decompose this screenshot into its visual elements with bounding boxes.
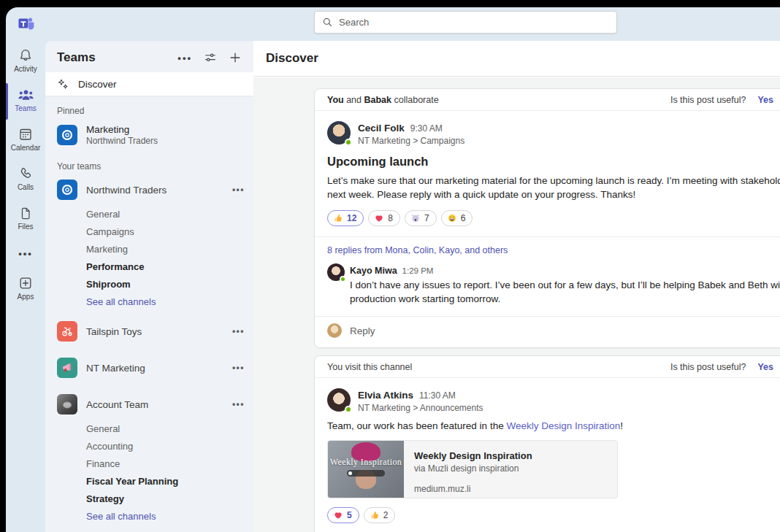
sidebar-team-tailspin-toys[interactable]: Tailspin Toys •••	[45, 316, 253, 347]
tailspin-team-icon	[57, 321, 77, 342]
reactions-row: 5 2	[327, 507, 780, 523]
preview-image-badge	[347, 470, 385, 477]
create-team-button[interactable]	[229, 51, 242, 64]
reply-input[interactable]: Reply	[315, 317, 780, 347]
channel-accounting[interactable]: Accounting	[45, 437, 253, 455]
reaction-count: 6	[461, 213, 466, 223]
team-name: Tailspin Toys	[86, 326, 142, 337]
sidebar-more-button[interactable]: •••	[177, 53, 192, 63]
reaction-count: 2	[383, 510, 389, 520]
channel-general[interactable]: General	[45, 420, 253, 437]
reactions-row: 12 8 7	[327, 210, 780, 226]
see-all-channels-link[interactable]: See all channels	[45, 293, 253, 310]
northwind-team-icon	[57, 180, 77, 200]
link-preview-card[interactable]: Weekly Inspiration Weekly Design Inspira…	[327, 440, 618, 498]
active-rail-indicator	[6, 83, 8, 120]
context-rest: collaborate	[391, 95, 439, 105]
team-more-button[interactable]: •••	[232, 363, 245, 373]
reaction-count: 5	[347, 510, 352, 520]
discover-label: Discover	[78, 79, 117, 90]
link-card-source: via Muzli design inspiration	[414, 463, 607, 474]
presence-available-badge	[340, 276, 346, 282]
reaction-count: 8	[388, 213, 393, 223]
post-time: 9:30 AM	[410, 123, 443, 134]
team-name: Marketing	[86, 124, 158, 135]
useful-yes-button[interactable]: Yes	[757, 95, 773, 105]
channel-fiscal-year-planning[interactable]: Fiscal Year Planning	[45, 472, 253, 490]
team-name: NT Marketing	[86, 363, 145, 374]
avatar[interactable]	[327, 263, 345, 281]
context-you: You	[327, 95, 344, 105]
reply-item: Kayo Miwa1:29 PM I don’t have any issues…	[315, 262, 780, 316]
reaction-thumbs-up[interactable]: 12	[327, 210, 364, 226]
sidebar-title: Teams	[57, 50, 177, 65]
post-location: NT Marketing > Announcements	[358, 403, 483, 413]
useful-yes-button[interactable]: Yes	[757, 362, 773, 372]
replies-summary-link[interactable]: 8 replies from Mona, Colin, Kayo, and ot…	[315, 237, 780, 262]
sidebar-team-nt-marketing[interactable]: NT Marketing •••	[45, 352, 253, 383]
reaction-scream-cat[interactable]: 7	[405, 210, 437, 226]
weekly-design-inspiration-link[interactable]: Weekly Design Inspiration	[506, 420, 620, 431]
your-teams-section-label: Your teams	[57, 161, 242, 171]
context-and: and	[344, 95, 364, 105]
reaction-laughing[interactable]: 6	[441, 210, 473, 226]
search-input[interactable]	[339, 17, 609, 28]
rail-item-calendar[interactable]: Calendar	[6, 120, 45, 159]
post-context-row: You visit this channel Is this post usef…	[315, 356, 780, 378]
search-box[interactable]	[314, 11, 617, 34]
rail-item-apps[interactable]: Apps	[6, 269, 45, 308]
sidebar-team-northwind-traders[interactable]: Northwind Traders •••	[45, 174, 253, 205]
rail-item-more[interactable]: •••	[6, 238, 45, 269]
filter-button[interactable]	[204, 51, 217, 64]
link-card-domain: medium.muz.li	[414, 484, 607, 494]
rail-item-label: Calendar	[11, 144, 41, 152]
rail-item-files[interactable]: Files	[6, 198, 45, 238]
channel-shiproom[interactable]: Shiproom	[45, 275, 253, 293]
rail-item-teams[interactable]: Teams	[6, 80, 45, 120]
channel-marketing[interactable]: Marketing	[45, 240, 253, 258]
page-title: Discover	[266, 51, 318, 66]
top-bar	[6, 7, 780, 41]
heart-emoji	[333, 510, 343, 520]
sidebar-team-account-team[interactable]: Account Team •••	[45, 389, 253, 420]
filter-sliders-icon	[204, 51, 217, 64]
avatar[interactable]	[327, 388, 351, 412]
laughing-emoji	[447, 213, 457, 223]
pinned-section-label: Pinned	[57, 106, 242, 116]
northwind-team-icon	[57, 125, 77, 145]
team-more-button[interactable]: •••	[232, 399, 245, 409]
reply-text: I don’t have any issues to report. I’ve …	[350, 279, 780, 306]
post-time: 11:30 AM	[419, 390, 456, 401]
channel-strategy[interactable]: Strategy	[45, 490, 253, 507]
team-more-button[interactable]: •••	[232, 185, 245, 195]
context-name: Babak	[364, 95, 392, 105]
post-body: Let’s make sure that our marketing mater…	[327, 174, 780, 201]
reaction-thumbs-up[interactable]: 2	[364, 507, 396, 523]
channel-finance[interactable]: Finance	[45, 455, 253, 472]
link-preview-image: Weekly Inspiration	[328, 441, 404, 498]
file-icon	[19, 207, 33, 220]
team-more-button[interactable]: •••	[232, 326, 245, 336]
useful-question: Is this post useful?	[670, 95, 746, 105]
rail-item-label: Calls	[18, 183, 34, 191]
avatar	[327, 323, 342, 338]
post-title: Upcoming launch	[327, 155, 780, 169]
avatar[interactable]	[327, 121, 351, 144]
teams-app-window: Activity Teams Calendar	[6, 7, 780, 532]
reply-author-name: Kayo Miwa	[350, 266, 397, 276]
reaction-heart[interactable]: 8	[368, 210, 400, 226]
discover-feed: You and Babak collaborate Is this post u…	[253, 77, 780, 532]
scream-cat-emoji	[410, 213, 421, 223]
rail-item-calls[interactable]: Calls	[6, 159, 45, 198]
reaction-heart[interactable]: 5	[327, 507, 359, 523]
post-card-upcoming-launch: You and Babak collaborate Is this post u…	[314, 88, 780, 348]
channel-general[interactable]: General	[45, 205, 253, 223]
sidebar-item-discover[interactable]: Discover	[45, 72, 253, 96]
see-all-channels-link[interactable]: See all channels	[45, 507, 253, 525]
channel-campaigns[interactable]: Campaigns	[45, 223, 253, 240]
cat-photo-team-icon	[57, 394, 77, 415]
sidebar-team-marketing[interactable]: Marketing Northwind Traders	[45, 119, 253, 151]
channel-performance[interactable]: Performance	[45, 258, 253, 275]
plus-icon	[229, 51, 242, 64]
rail-item-activity[interactable]: Activity	[6, 41, 45, 80]
